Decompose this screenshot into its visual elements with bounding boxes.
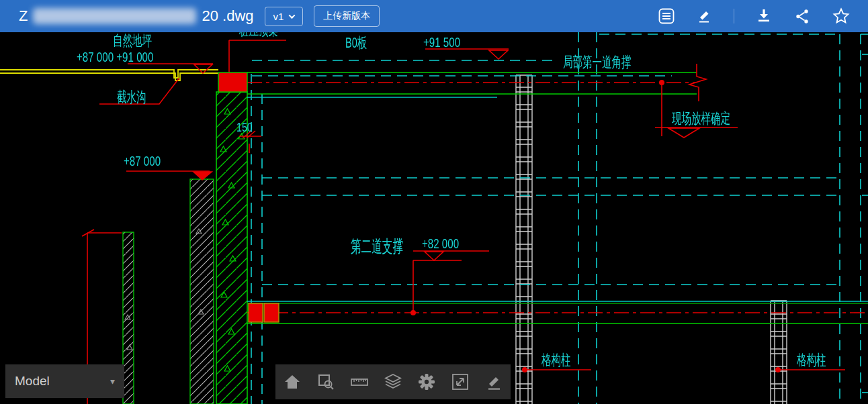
narrow-wall-hatch — [123, 232, 134, 404]
measure-icon — [350, 372, 369, 391]
label-b0-slab: B0板 — [345, 36, 367, 50]
version-label: v1 — [273, 11, 284, 22]
fullscreen-icon — [451, 372, 470, 391]
label-elevation-87000: +87 000 — [124, 154, 161, 168]
lattice-column-right-graphic — [771, 301, 787, 404]
annotate-button[interactable] — [484, 372, 504, 392]
header-actions — [657, 7, 851, 26]
inner-wall-hatch — [190, 179, 214, 404]
label-lattice-column-left: 格构柱 — [541, 353, 571, 368]
file-title-suffix: 20 .dwg — [202, 7, 253, 25]
label-first-corner-brace: 局部第一道角撑 — [563, 55, 632, 70]
label-elevation-82000: +82 000 — [422, 236, 459, 250]
drawing-canvas[interactable]: 自然地坪 +87 000 +91 000 截水沟 桩压顶梁 B0板 +91 50… — [0, 32, 868, 404]
share-icon[interactable] — [793, 7, 812, 26]
ground-line — [0, 70, 218, 81]
model-space-selector[interactable]: Model ▾ — [5, 364, 124, 398]
header-divider — [734, 9, 734, 23]
top-bar: Z 20 .dwg v1 上传新版本 — [0, 0, 868, 32]
chevron-down-icon — [289, 12, 296, 19]
dwg-viewer-window: Z 20 .dwg v1 上传新版本 — [0, 0, 868, 404]
home-icon — [283, 372, 302, 391]
file-title: Z 20 .dwg — [19, 7, 254, 25]
label-elevation-91500: +91 500 — [423, 35, 460, 49]
label-natural-ground: 自然地坪 — [113, 34, 152, 48]
green-strut-lines — [247, 72, 868, 323]
settings-icon — [417, 372, 436, 391]
label-capping-beam: 桩压顶梁 — [239, 32, 278, 38]
document-icon[interactable] — [657, 7, 676, 26]
label-dim-150: 150 — [236, 121, 253, 134]
model-selector-value: Model — [15, 374, 50, 389]
label-ditch: 截水沟 — [117, 90, 146, 105]
upload-new-version-button[interactable]: 上传新版本 — [314, 5, 380, 27]
teal-strut-lines — [247, 97, 868, 301]
viewer-toolbar — [275, 364, 511, 399]
label-second-support: 第二道支撑 — [351, 238, 403, 255]
zoom-window-icon — [316, 372, 335, 391]
version-dropdown[interactable]: v1 — [265, 7, 304, 26]
redacted-filename — [33, 8, 196, 24]
download-icon[interactable] — [754, 7, 773, 26]
measure-button[interactable] — [349, 372, 370, 392]
lattice-column-left-graphic — [516, 75, 532, 404]
layers-icon — [384, 372, 402, 391]
home-button[interactable] — [282, 372, 302, 392]
annotate-icon — [484, 372, 503, 391]
label-site-layout: 现场放样确定 — [672, 111, 730, 126]
caret-down-icon: ▾ — [110, 376, 115, 387]
settings-button[interactable] — [417, 372, 437, 392]
star-icon[interactable] — [832, 7, 851, 26]
file-title-prefix: Z — [19, 7, 28, 25]
edit-icon[interactable] — [696, 7, 713, 25]
zoom-window-button[interactable] — [316, 372, 336, 392]
fullscreen-button[interactable] — [450, 372, 470, 392]
layers-button[interactable] — [383, 372, 403, 392]
label-lattice-column-right: 格构柱 — [797, 353, 826, 368]
label-elevation-ground: +87 000 +91 000 — [77, 50, 153, 64]
